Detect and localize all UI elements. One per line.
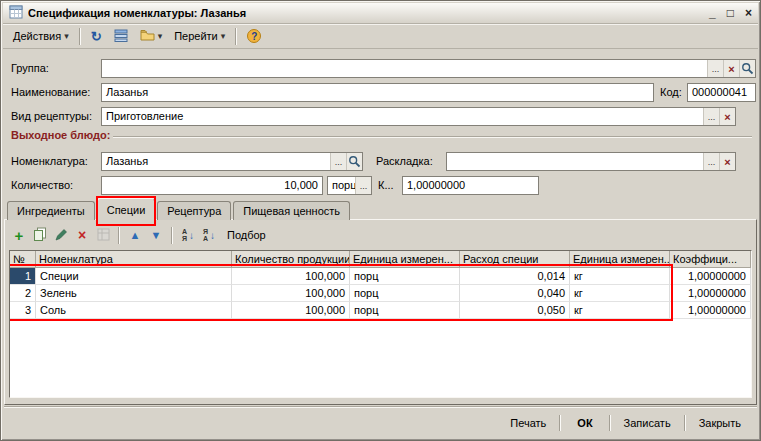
structure-button[interactable] xyxy=(108,26,134,47)
end-edit-button[interactable] xyxy=(93,225,113,245)
unit-field[interactable]: порц ... xyxy=(327,176,372,195)
actions-button[interactable]: Действия ▾ xyxy=(7,26,75,47)
recipe-type-field[interactable]: Приготовление ... × xyxy=(101,107,736,126)
clear-icon[interactable]: × xyxy=(723,60,739,77)
structure-icon xyxy=(114,29,128,44)
nomenclature-field[interactable]: Лазанья ... xyxy=(101,152,363,171)
section-divider xyxy=(113,136,752,138)
help-button[interactable]: ? xyxy=(241,26,267,47)
layout-field[interactable]: ... × xyxy=(446,152,736,171)
magnifier-icon[interactable] xyxy=(346,153,362,170)
tab-strip: Ингредиенты Специи Рецептура Пищевая цен… xyxy=(7,198,350,220)
help-icon: ? xyxy=(247,29,261,43)
table-cell[interactable]: 0,050 xyxy=(460,302,570,319)
tab-spices[interactable]: Специи xyxy=(97,198,156,222)
name-field[interactable]: Лазанья xyxy=(101,83,654,102)
sort-desc-button[interactable]: ЯА ↓ xyxy=(199,225,219,245)
choose-button[interactable]: ... xyxy=(330,153,346,170)
sort-asc-button[interactable]: АЯ ↓ xyxy=(178,225,198,245)
save-button[interactable]: Записать xyxy=(613,413,682,433)
add-copy-button[interactable] xyxy=(30,225,50,245)
table-cell[interactable]: 100,000 xyxy=(232,302,350,319)
name-label: Наименование: xyxy=(11,83,90,102)
open-form-button[interactable]: ▾ xyxy=(134,26,169,47)
ok-button[interactable]: ОК xyxy=(563,413,606,433)
table-cell[interactable]: 1 xyxy=(10,268,36,285)
table-cell[interactable]: Специи xyxy=(36,268,232,285)
folder-icon xyxy=(140,29,155,43)
recipe-type-label: Вид рецептуры: xyxy=(11,107,92,126)
clear-icon[interactable]: × xyxy=(719,153,735,170)
delete-icon: × xyxy=(78,228,86,242)
minimize-icon[interactable]: _ xyxy=(709,6,716,20)
chevron-down-icon: ▾ xyxy=(221,31,226,41)
table-cell[interactable]: 100,000 xyxy=(232,285,350,302)
tab-recipe[interactable]: Рецептура xyxy=(157,201,231,220)
toolbar-separator xyxy=(118,227,120,244)
pencil-icon xyxy=(55,228,68,243)
table-cell[interactable]: 3 xyxy=(10,302,36,319)
spices-table: № Номенклатура Количество продукции Един… xyxy=(9,250,752,398)
chevron-down-icon: ▾ xyxy=(158,31,163,41)
choose-button[interactable]: ... xyxy=(703,153,719,170)
close-icon[interactable]: × xyxy=(745,6,752,20)
table-cell[interactable]: Зелень xyxy=(36,285,232,302)
table-cell[interactable]: порц xyxy=(350,285,460,302)
group-label: Группа: xyxy=(11,59,49,78)
layout-label: Раскладка: xyxy=(376,152,433,171)
tab-ingredients[interactable]: Ингредиенты xyxy=(7,201,95,220)
column-header-num: № xyxy=(10,251,36,268)
maximize-icon[interactable]: □ xyxy=(727,6,734,20)
footer-buttons: Печать ОК Записать Закрыть xyxy=(499,411,752,435)
quantity-field[interactable]: 10,000 xyxy=(101,176,323,195)
table-cell[interactable]: кг xyxy=(570,285,670,302)
clear-icon[interactable]: × xyxy=(719,108,735,125)
footer-divider xyxy=(4,406,757,408)
reread-icon: ↻ xyxy=(91,30,102,43)
add-row-button[interactable]: + xyxy=(9,225,29,245)
reread-button[interactable]: ↻ xyxy=(85,26,108,47)
column-header-nomenclature: Номенклатура xyxy=(36,251,232,268)
close-button[interactable]: Закрыть xyxy=(688,413,752,433)
choose-button[interactable]: ... xyxy=(703,108,719,125)
column-header-spice-unit: Единица измерен... xyxy=(570,251,670,268)
copy-icon xyxy=(33,227,47,243)
move-down-button[interactable]: ▼ xyxy=(146,225,166,245)
goto-button[interactable]: Перейти ▾ xyxy=(168,26,231,47)
sort-desc-icon: ЯА xyxy=(203,228,208,242)
output-dish-section-label: Выходное блюдо: xyxy=(11,129,110,141)
table-cell[interactable]: 0,040 xyxy=(460,285,570,302)
button-separator xyxy=(559,415,561,431)
code-label: Код: xyxy=(660,83,682,102)
podbor-button[interactable]: Подбор xyxy=(220,225,273,245)
table-cell[interactable]: 1,00000000 xyxy=(670,268,751,285)
magnifier-icon[interactable] xyxy=(739,60,755,77)
code-field[interactable]: 000000041 xyxy=(687,83,756,102)
table-cell[interactable]: Соль xyxy=(36,302,232,319)
tab-nutrition[interactable]: Пищевая ценность xyxy=(233,201,350,220)
edit-row-button[interactable] xyxy=(51,225,71,245)
delete-row-button[interactable]: × xyxy=(72,225,92,245)
table-cell[interactable]: 1,00000000 xyxy=(670,302,751,319)
add-icon: + xyxy=(15,228,24,243)
table-cell[interactable]: 1,00000000 xyxy=(670,285,751,302)
chevron-down-icon: ▾ xyxy=(64,31,69,41)
table-cell[interactable]: кг xyxy=(570,268,670,285)
main-toolbar: Действия ▾ ↻ ▾ Перейти ▾ ? xyxy=(3,24,758,49)
table-cell[interactable]: порц xyxy=(350,302,460,319)
table-cell[interactable]: 2 xyxy=(10,285,36,302)
choose-button[interactable]: ... xyxy=(355,177,371,194)
specification-window: Спецификация номенклатуры: Лазанья _ □ ×… xyxy=(0,0,761,441)
coefficient-field[interactable]: 1,00000000 xyxy=(402,176,539,195)
table-cell[interactable]: 100,000 xyxy=(232,268,350,285)
table-cell[interactable]: порц xyxy=(350,268,460,285)
grid-toolbar: + × ▲ ▼ АЯ ↓ ЯА ↓ Подбор xyxy=(9,224,273,246)
toolbar-separator xyxy=(235,28,237,45)
move-up-button[interactable]: ▲ xyxy=(125,225,145,245)
group-field[interactable]: ... × xyxy=(101,59,756,78)
choose-button[interactable]: ... xyxy=(707,60,723,77)
table-cell[interactable]: 0,014 xyxy=(460,268,570,285)
print-button[interactable]: Печать xyxy=(499,413,557,433)
toolbar-separator xyxy=(171,227,173,244)
table-cell[interactable]: кг xyxy=(570,302,670,319)
